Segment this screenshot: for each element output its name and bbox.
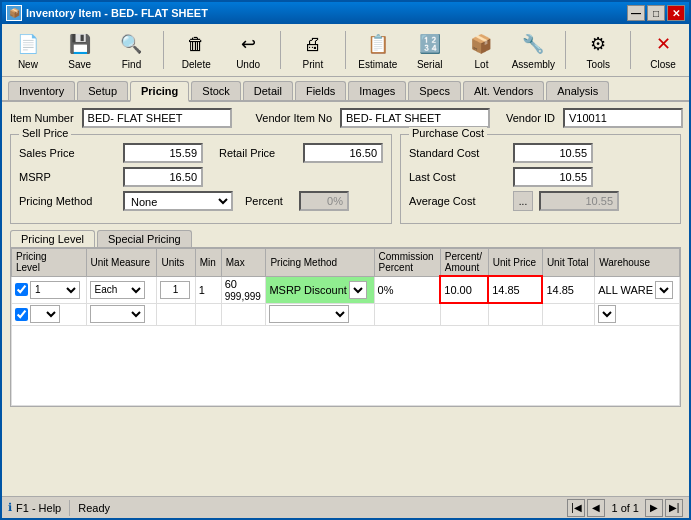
sales-price-input[interactable]	[123, 143, 203, 163]
row2-unit-measure	[86, 303, 157, 325]
delete-label: Delete	[182, 59, 211, 70]
estimate-icon: 📋	[364, 30, 392, 58]
assembly-label: Assembly	[512, 59, 555, 70]
row2-warehouse-select[interactable]	[598, 305, 616, 323]
row1-max: 60999,999	[221, 276, 266, 303]
retail-price-label: Retail Price	[219, 147, 299, 159]
row2-warehouse	[595, 303, 680, 325]
close-toolbar-button[interactable]: ✕ Close	[641, 27, 685, 73]
special-pricing-tab[interactable]: Special Pricing	[97, 230, 192, 247]
row1-pricing-method: MSRP Discount ▼	[266, 276, 374, 303]
nav-prev-button[interactable]: ◀	[587, 499, 605, 517]
toolbar-sep-1	[163, 31, 164, 69]
tab-detail[interactable]: Detail	[243, 81, 293, 100]
assembly-button[interactable]: 🔧 Assembly	[511, 27, 555, 73]
new-button[interactable]: 📄 New	[6, 27, 50, 73]
col-unit-total: Unit Total	[542, 249, 594, 277]
row2-checkbox[interactable]	[15, 308, 28, 321]
col-unit-measure: Unit Measure	[86, 249, 157, 277]
find-button[interactable]: 🔍 Find	[110, 27, 154, 73]
tab-analysis[interactable]: Analysis	[546, 81, 609, 100]
app-icon: 📦	[6, 5, 22, 21]
tab-specs[interactable]: Specs	[408, 81, 461, 100]
window-title: Inventory Item - BED- FLAT SHEET	[26, 7, 208, 19]
delete-icon: 🗑	[182, 30, 210, 58]
row1-unit-total: 14.85	[542, 276, 594, 303]
row2-units	[157, 303, 195, 325]
estimate-button[interactable]: 📋 Estimate	[356, 27, 400, 73]
tab-inventory[interactable]: Inventory	[8, 81, 75, 100]
pricing-subtabs: Pricing Level Special Pricing	[10, 230, 681, 247]
col-warehouse: Warehouse	[595, 249, 680, 277]
toolbar-sep-2	[280, 31, 281, 69]
minimize-button[interactable]: —	[627, 5, 645, 21]
nav-next-button[interactable]: ▶	[645, 499, 663, 517]
undo-button[interactable]: ↩ Undo	[226, 27, 270, 73]
vendor-item-no-input[interactable]	[340, 108, 490, 128]
row1-units-input[interactable]	[160, 281, 190, 299]
tab-setup[interactable]: Setup	[77, 81, 128, 100]
row1-warehouse: ALL WARE ▼	[595, 276, 680, 303]
lot-button[interactable]: 📦 Lot	[460, 27, 504, 73]
row1-level-select[interactable]: 1	[30, 281, 80, 299]
standard-cost-input[interactable]	[513, 143, 593, 163]
delete-button[interactable]: 🗑 Delete	[174, 27, 218, 73]
row1-pricing-method-select[interactable]: ▼	[349, 281, 367, 299]
row2-min	[195, 303, 221, 325]
row1-checkbox[interactable]	[15, 283, 28, 296]
table-row-empty	[12, 303, 680, 325]
close-toolbar-label: Close	[650, 59, 676, 70]
percent-label: Percent	[245, 195, 295, 207]
main-tabs: Inventory Setup Pricing Stock Detail Fie…	[2, 77, 689, 102]
msrp-input[interactable]	[123, 167, 203, 187]
col-percent-amount: Percent/Amount	[440, 249, 488, 277]
table-row: 1 Each 1 60999,999 MSRP	[12, 276, 680, 303]
estimate-label: Estimate	[358, 59, 397, 70]
sell-price-title: Sell Price	[19, 127, 71, 139]
sales-price-label: Sales Price	[19, 147, 119, 159]
tab-images[interactable]: Images	[348, 81, 406, 100]
pricing-method-select[interactable]: None	[123, 191, 233, 211]
nav-last-button[interactable]: ▶|	[665, 499, 683, 517]
row1-unit-price: 14.85	[488, 276, 542, 303]
row1-pricing-method-text: MSRP Discount	[269, 284, 346, 296]
new-label: New	[18, 59, 38, 70]
tab-alt-vendors[interactable]: Alt. Vendors	[463, 81, 544, 100]
last-cost-row: Last Cost	[409, 167, 672, 187]
retail-price-input[interactable]	[303, 143, 383, 163]
percent-input	[299, 191, 349, 211]
undo-icon: ↩	[234, 30, 262, 58]
sales-price-row: Sales Price Retail Price	[19, 143, 383, 163]
tab-pricing[interactable]: Pricing	[130, 81, 189, 102]
save-label: Save	[68, 59, 91, 70]
nav-first-button[interactable]: |◀	[567, 499, 585, 517]
serial-button[interactable]: 🔢 Serial	[408, 27, 452, 73]
item-number-input[interactable]	[82, 108, 232, 128]
row1-warehouse-select[interactable]: ▼	[655, 281, 673, 299]
col-pricing-method: Pricing Method	[266, 249, 374, 277]
row2-pricing-method-select[interactable]	[269, 305, 349, 323]
col-units: Units	[157, 249, 195, 277]
tools-label: Tools	[587, 59, 610, 70]
last-cost-input[interactable]	[513, 167, 593, 187]
row1-units	[157, 276, 195, 303]
vendor-id-input[interactable]	[563, 108, 683, 128]
maximize-button[interactable]: □	[647, 5, 665, 21]
content-area: Item Number Vendor Item No Vendor ID ...…	[2, 102, 689, 496]
save-icon: 💾	[66, 30, 94, 58]
row2-level-select[interactable]	[30, 305, 60, 323]
table-empty-space	[12, 325, 680, 405]
tools-button[interactable]: ⚙ Tools	[576, 27, 620, 73]
pricing-level-tab[interactable]: Pricing Level	[10, 230, 95, 247]
tab-fields[interactable]: Fields	[295, 81, 346, 100]
row1-unit-measure: Each	[86, 276, 157, 303]
status-text: Ready	[78, 502, 110, 514]
average-cost-dotted-button[interactable]: ...	[513, 191, 533, 211]
row2-unit-measure-select[interactable]	[90, 305, 145, 323]
row1-unit-measure-select[interactable]: Each	[90, 281, 145, 299]
print-button[interactable]: 🖨 Print	[291, 27, 335, 73]
close-window-button[interactable]: ✕	[667, 5, 685, 21]
save-button[interactable]: 💾 Save	[58, 27, 102, 73]
tab-stock[interactable]: Stock	[191, 81, 241, 100]
print-label: Print	[303, 59, 324, 70]
